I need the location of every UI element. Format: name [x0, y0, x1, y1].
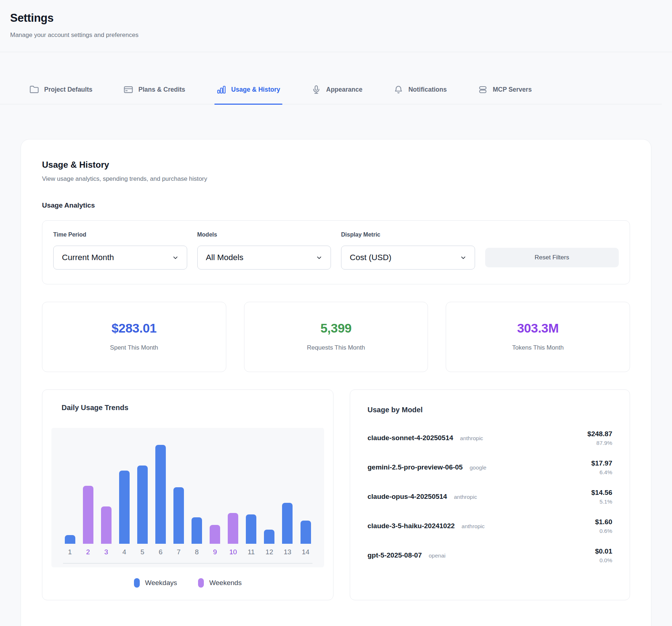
weekday-bar-day-4: [119, 471, 130, 544]
model-name: claude-sonnet-4-20250514: [368, 434, 453, 442]
daily-usage-trends-card: Daily Usage Trends 1234567891011121314 W…: [42, 389, 333, 600]
model-amount: $248.87: [587, 430, 612, 438]
tab-notifications[interactable]: Notifications: [391, 85, 449, 104]
chevron-down-icon: [460, 254, 467, 261]
x-tick-5: 5: [133, 548, 151, 556]
display-metric-select[interactable]: Cost (USD): [341, 246, 475, 270]
folder-icon: [29, 85, 39, 95]
model-percent: 87.9%: [587, 440, 612, 446]
bar-column-day-3: [97, 428, 115, 544]
x-tick-8: 8: [188, 548, 206, 556]
model-name: claude-opus-4-20250514: [368, 493, 447, 501]
model-row: gemini-2.5-pro-preview-06-05google$17.97…: [368, 456, 612, 479]
tokens-this-month-label: Tokens This Month: [450, 344, 626, 351]
model-provider: openai: [429, 552, 446, 559]
requests-this-month-label: Requests This Month: [248, 344, 424, 351]
legend-swatch-weekdays: [134, 578, 140, 588]
x-tick-14: 14: [297, 548, 315, 556]
x-tick-7: 7: [169, 548, 188, 556]
time-period-value: Current Month: [62, 253, 114, 262]
weekday-bar-day-11: [246, 514, 256, 544]
weekday-bar-day-7: [173, 487, 184, 544]
page-subtitle: Manage your account settings and prefere…: [10, 32, 662, 39]
time-period-select[interactable]: Current Month: [53, 246, 187, 270]
model-cost: $1.600.6%: [595, 518, 612, 534]
weekday-bar-day-8: [192, 517, 202, 544]
model-row: claude-opus-4-20250514anthropic$14.565.1…: [368, 485, 612, 508]
models-filter: Models All Models: [197, 231, 331, 270]
legend-label: Weekdays: [145, 579, 177, 587]
weekday-bar-day-14: [301, 521, 311, 544]
x-tick-12: 12: [260, 548, 278, 556]
x-tick-1: 1: [61, 548, 79, 556]
model-name: gemini-2.5-pro-preview-06-05: [368, 463, 463, 471]
model-amount: $17.97: [591, 459, 612, 467]
legend-label: Weekends: [209, 579, 242, 587]
display-metric-label: Display Metric: [341, 231, 475, 238]
bar-column-day-10: [224, 428, 242, 544]
stat-card-tokens: 303.3M Tokens This Month: [446, 302, 630, 372]
tab-label: MCP Servers: [493, 86, 532, 93]
model-info: claude-sonnet-4-20250514anthropic: [368, 434, 483, 442]
model-percent: 0.0%: [595, 557, 612, 564]
tab-appearance[interactable]: Appearance: [309, 85, 365, 104]
tab-usage-history[interactable]: Usage & History: [214, 85, 282, 104]
model-percent: 6.4%: [591, 469, 612, 476]
x-tick-2: 2: [79, 548, 97, 556]
model-amount: $14.56: [591, 489, 612, 497]
credit-card-icon: [123, 85, 133, 95]
bottom-row: Daily Usage Trends 1234567891011121314 W…: [42, 389, 630, 600]
tab-label: Project Defaults: [44, 86, 92, 93]
server-stack-icon: [478, 85, 488, 95]
daily-usage-bar-chart: 1234567891011121314: [51, 428, 324, 567]
legend-swatch-weekends: [198, 578, 204, 588]
model-cost: $248.8787.9%: [587, 430, 612, 446]
reset-filters-button[interactable]: Reset Filters: [485, 248, 619, 267]
section-subtitle: View usage analytics, spending trends, a…: [42, 175, 630, 183]
page-title: Settings: [10, 12, 662, 25]
usage-analytics-heading: Usage Analytics: [42, 201, 630, 209]
tab-label: Notifications: [408, 86, 447, 93]
weekend-bar-day-3: [101, 506, 112, 544]
tab-plans-credits[interactable]: Plans & Credits: [121, 85, 187, 104]
settings-tab-bar: Project DefaultsPlans & CreditsUsage & H…: [0, 52, 662, 104]
usage-by-model-title: Usage by Model: [368, 406, 612, 414]
time-period-filter: Time Period Current Month: [53, 231, 187, 270]
model-amount: $0.01: [595, 547, 612, 555]
stats-row: $283.01 Spent This Month 5,399 Requests …: [42, 302, 630, 372]
x-tick-13: 13: [278, 548, 297, 556]
weekday-bar-day-12: [264, 530, 274, 544]
weekday-bar-day-6: [155, 445, 166, 544]
weekday-bar-day-1: [65, 535, 75, 544]
spent-this-month-label: Spent This Month: [46, 344, 222, 351]
usage-by-model-card: Usage by Model claude-sonnet-4-20250514a…: [350, 389, 630, 600]
display-metric-value: Cost (USD): [350, 253, 391, 262]
model-info: claude-opus-4-20250514anthropic: [368, 493, 477, 501]
x-tick-4: 4: [115, 548, 133, 556]
bell-icon: [394, 85, 403, 95]
chart-bars: [61, 428, 315, 544]
model-provider: anthropic: [454, 494, 477, 500]
requests-this-month-value: 5,399: [248, 321, 424, 335]
tab-mcp-servers[interactable]: MCP Servers: [476, 85, 534, 104]
tab-label: Usage & History: [231, 86, 280, 93]
weekday-bar-day-13: [282, 503, 293, 544]
model-cost: $14.565.1%: [591, 489, 612, 505]
models-label: Models: [197, 231, 331, 238]
filters-panel: Time Period Current Month Models All Mod…: [42, 220, 630, 284]
usage-by-model-rows: claude-sonnet-4-20250514anthropic$248.87…: [368, 426, 612, 567]
reset-filters-cell: Reset Filters: [485, 231, 619, 270]
bar-column-day-9: [206, 428, 224, 544]
bar-column-day-11: [242, 428, 260, 544]
chart-x-axis-line: [63, 563, 312, 564]
weekend-bar-day-10: [228, 513, 238, 544]
section-title: Usage & History: [42, 160, 630, 170]
model-name: gpt-5-2025-08-07: [368, 551, 422, 559]
x-tick-3: 3: [97, 548, 115, 556]
bar-column-day-2: [79, 428, 97, 544]
bar-column-day-7: [169, 428, 188, 544]
model-info: claude-3-5-haiku-20241022anthropic: [368, 522, 485, 530]
model-provider: anthropic: [462, 523, 485, 530]
models-select[interactable]: All Models: [197, 246, 331, 270]
tab-project-defaults[interactable]: Project Defaults: [27, 85, 94, 104]
